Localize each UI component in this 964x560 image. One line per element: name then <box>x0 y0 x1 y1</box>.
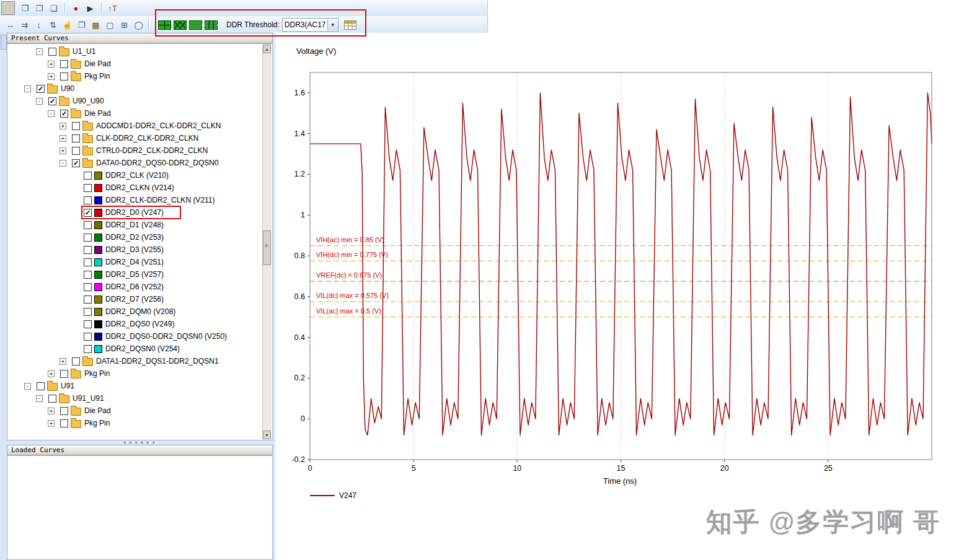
tree-item-label[interactable]: DATA1-DDR2_DQS1-DDR2_DQSN1 <box>96 357 219 365</box>
tree-row[interactable]: +Pkg Pin <box>8 417 263 429</box>
scroll-up-icon[interactable]: ▲ <box>263 45 271 53</box>
tree-row[interactable]: DDR2_D7 (V256) <box>8 293 263 305</box>
collapse-toggle[interactable]: - <box>36 395 43 402</box>
tree-row[interactable]: DDR2_DQM0 (V208) <box>8 305 263 318</box>
tree-row[interactable]: DDR2_D2 (V253) <box>8 231 263 243</box>
curve-checkbox[interactable] <box>72 134 80 142</box>
tree-item-label[interactable]: DDR2_CLKN (V214) <box>105 183 174 192</box>
curve-checkbox[interactable]: ✓ <box>84 209 92 217</box>
tree-row[interactable]: +DATA1-DDR2_DQS1-DDR2_DQSN1 <box>8 355 263 367</box>
curve-checkbox[interactable]: ✓ <box>60 110 68 118</box>
expand-toggle[interactable]: + <box>60 358 66 365</box>
threshold-table-icon[interactable] <box>343 20 357 30</box>
chevron-down-icon[interactable]: ▼ <box>327 19 338 30</box>
tree-item-label[interactable]: DDR2_CLK-DDR2_CLKN (V211) <box>105 196 215 204</box>
curve-checkbox[interactable] <box>60 60 68 68</box>
copy-view-button[interactable]: ❐ <box>75 19 88 32</box>
curve-checkbox[interactable] <box>84 308 92 316</box>
tree-row[interactable]: +ADDCMD1-DDR2_CLK-DDR2_CLKN <box>8 120 263 132</box>
scroll-down-icon[interactable]: ▼ <box>263 431 271 439</box>
curve-checkbox[interactable] <box>84 258 92 266</box>
select-region-button[interactable]: ▢ <box>104 19 117 32</box>
tree-row[interactable]: -U91_U91 <box>8 392 263 405</box>
tree-row[interactable]: -✓U90 <box>8 82 263 95</box>
curve-checkbox[interactable] <box>84 172 92 180</box>
tree-item-label[interactable]: U90_U90 <box>73 97 104 105</box>
curve-checkbox[interactable]: ✓ <box>48 97 56 105</box>
expand-toggle[interactable]: + <box>48 370 55 377</box>
collapse-toggle[interactable]: - <box>60 160 66 167</box>
curve-checkbox[interactable] <box>48 48 56 56</box>
tree-row[interactable]: DDR2_D3 (V255) <box>8 243 263 256</box>
tree-row[interactable]: +CLK-DDR2_CLK-DDR2_CLKN <box>8 132 263 144</box>
tree-item-label[interactable]: U91 <box>61 382 74 390</box>
curve-checkbox[interactable] <box>84 196 92 204</box>
curve-checkbox[interactable] <box>72 122 80 130</box>
expand-toggle[interactable]: + <box>60 135 66 142</box>
tree-item-label[interactable]: Pkg Pin <box>84 72 110 81</box>
collapse-toggle[interactable]: - <box>36 48 43 55</box>
tree-item-label[interactable]: DDR2_DQS0 (V249) <box>105 320 174 328</box>
curve-checkbox[interactable] <box>37 382 45 390</box>
tree-row[interactable]: DDR2_D5 (V257) <box>8 268 263 281</box>
collapse-toggle[interactable]: - <box>48 110 55 117</box>
collapse-toggle[interactable]: - <box>24 383 31 390</box>
expand-toggle[interactable]: + <box>60 123 66 129</box>
curve-checkbox[interactable] <box>84 320 92 328</box>
tree-item-label[interactable]: DDR2_D0 (V247) <box>105 208 164 217</box>
fit-horizontal-button[interactable]: ↔ <box>4 19 17 32</box>
dock-toggle-button[interactable] <box>1 35 7 50</box>
tree-row[interactable]: +CTRL0-DDR2_CLK-DDR2_CLKN <box>8 144 263 157</box>
tree-item-label[interactable]: DDR2_D2 (V253) <box>105 233 164 242</box>
tree-item-label[interactable]: Pkg Pin <box>84 369 110 378</box>
curve-checkbox[interactable] <box>60 72 68 81</box>
expand-toggle[interactable]: + <box>48 61 55 68</box>
tree-item-label[interactable]: DDR2_D7 (V256) <box>105 295 164 304</box>
quad-waveform-view-icon[interactable] <box>158 20 171 30</box>
tree-item-label[interactable]: DDR2_DQSN0 (V254) <box>105 344 180 353</box>
fit-vertical-button[interactable]: ↕ <box>32 19 45 32</box>
tree-row[interactable]: -U1_U1 <box>8 45 263 58</box>
tree-item-label[interactable]: DDR2_D5 (V257) <box>105 270 164 279</box>
zoom-vertical-button[interactable]: ⇅ <box>46 19 60 32</box>
eye-mask-view-icon[interactable] <box>174 20 187 30</box>
curve-checkbox[interactable] <box>60 407 68 415</box>
ddr-threshold-select[interactable]: DDR3(AC17 ▼ <box>282 18 338 32</box>
pan-horizontal-button[interactable]: ⇉ <box>18 19 31 32</box>
tree-item-label[interactable]: Die Pad <box>84 109 111 118</box>
record-button[interactable]: ● <box>69 2 82 15</box>
tree-item-label[interactable]: CTRL0-DDR2_CLK-DDR2_CLKN <box>96 146 208 155</box>
tree-item-label[interactable]: DDR2_D3 (V255) <box>105 245 164 254</box>
tree-item-label[interactable]: DATA0-DDR2_DQS0-DDR2_DQSN0 <box>96 159 219 167</box>
curve-checkbox[interactable] <box>84 333 92 341</box>
curve-checkbox[interactable] <box>72 147 80 155</box>
new-session-button[interactable]: ❐ <box>19 2 32 15</box>
expand-toggle[interactable]: + <box>60 147 66 154</box>
tree-row[interactable]: -✓DATA0-DDR2_DQS0-DDR2_DQSN0 <box>8 157 263 169</box>
pan-tool-button[interactable]: ☝ <box>61 19 74 32</box>
curve-checkbox[interactable] <box>84 234 92 242</box>
tree-row[interactable]: DDR2_DQSN0 (V254) <box>8 343 263 355</box>
curve-checkbox[interactable] <box>84 184 92 192</box>
tree-item-label[interactable]: DDR2_D1 (V248) <box>105 221 164 229</box>
curve-checkbox[interactable] <box>84 221 92 229</box>
tree-item-label[interactable]: U91_U91 <box>73 394 104 403</box>
tree-item-label[interactable]: U1_U1 <box>73 47 95 56</box>
open-session-button[interactable]: ❒ <box>33 2 46 15</box>
tree-item-label[interactable]: U90 <box>61 84 74 93</box>
tree-row[interactable]: -U91 <box>8 380 263 392</box>
tree-row[interactable]: DDR2_D6 (V252) <box>8 281 263 293</box>
curve-checkbox[interactable]: ✓ <box>72 159 80 167</box>
curve-checkbox[interactable] <box>84 295 92 304</box>
tree-item-label[interactable]: DDR2_DQS0-DDR2_DQSN0 (V250) <box>105 332 227 341</box>
stacked-waveform-view-icon[interactable] <box>189 20 202 30</box>
tree-row[interactable]: DDR2_CLKN (V214) <box>8 182 263 194</box>
curve-checkbox[interactable] <box>84 345 92 353</box>
tabular-waveform-view-icon[interactable] <box>205 20 218 30</box>
save-session-button[interactable]: ❏ <box>47 2 60 15</box>
tree-row[interactable]: -✓Die Pad <box>8 107 263 120</box>
scrollbar-thumb[interactable] <box>263 230 271 265</box>
tree-row[interactable]: +Die Pad <box>8 58 263 70</box>
tree-row[interactable]: +Die Pad <box>8 405 263 417</box>
curve-checkbox[interactable]: ✓ <box>37 85 45 93</box>
